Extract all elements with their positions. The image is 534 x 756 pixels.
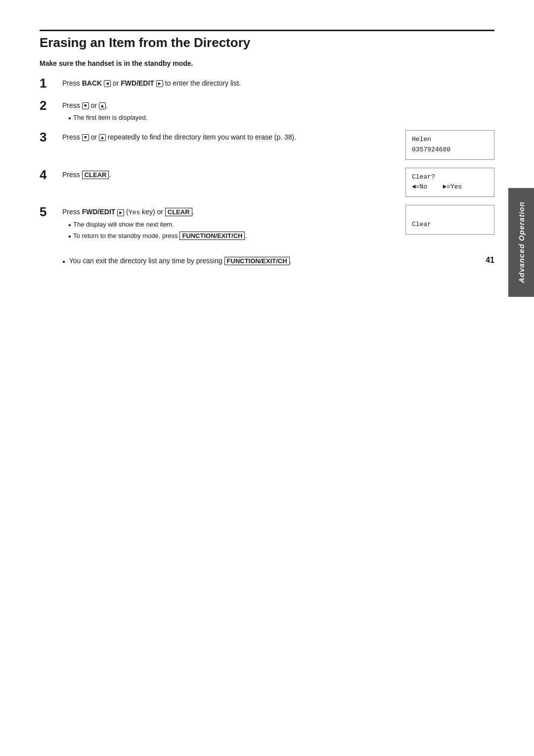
step-5-left: 5 Press FWD/EDIT ► (Yes key) or CLEAR. T…: [40, 205, 396, 249]
step-3-left: 3 Press ▼ or ▲ repeatedly to find the di…: [40, 130, 396, 152]
step5-fwdedit-label: FWD/EDIT: [82, 208, 116, 216]
step-3-screen: Helen 0357924680: [405, 130, 494, 160]
bottom-function-key: FUNCTION/EXIT/CH: [224, 257, 290, 265]
step-3-content: Press ▼ or ▲ repeatedly to find the dire…: [62, 130, 396, 142]
step3-up-icon: ▲: [99, 134, 106, 141]
step-4-row: 4 Press CLEAR. Clear? ◄=No ►=Yes: [40, 168, 494, 197]
yes-code: Yes: [129, 209, 140, 216]
fwd-arrow-icon: ►: [156, 80, 163, 87]
step-5-screen-container: Clear: [405, 205, 494, 235]
screen-3-line2: 0357924680: [412, 145, 488, 155]
step-3-number: 3: [40, 130, 58, 144]
steps-container: 1 Press BACK ◄ or FWD/EDIT ► to enter th…: [40, 76, 494, 249]
step-1-content: Press BACK ◄ or FWD/EDIT ► to enter the …: [62, 76, 494, 89]
step-4-content: Press CLEAR.: [62, 168, 396, 180]
step-5-number: 5: [40, 205, 58, 219]
step3-down-icon: ▼: [82, 134, 89, 141]
step-4-screen: Clear? ◄=No ►=Yes: [405, 168, 494, 197]
step-1: 1 Press BACK ◄ or FWD/EDIT ► to enter th…: [40, 76, 494, 91]
section-title: Erasing an Item from the Directory: [40, 35, 494, 50]
function-exit-ch-key: FUNCTION/EXIT/CH: [179, 232, 245, 240]
back-arrow-icon: ◄: [104, 80, 111, 87]
step-3: 3 Press ▼ or ▲ repeatedly to find the di…: [40, 130, 396, 144]
bottom-note: You can exit the directory list any time…: [40, 257, 494, 265]
step-5-row: 5 Press FWD/EDIT ► (Yes key) or CLEAR. T…: [40, 205, 494, 249]
screen-3-line1: Helen: [412, 135, 488, 145]
step5-clear-key: CLEAR: [165, 208, 192, 216]
step-5: 5 Press FWD/EDIT ► (Yes key) or CLEAR. T…: [40, 205, 396, 241]
step-2-content: Press ▼ or ▲. The first item is displaye…: [62, 98, 494, 123]
clear-key-box: CLEAR: [82, 171, 109, 179]
step-5-content: Press FWD/EDIT ► (Yes key) or CLEAR. The…: [62, 205, 396, 241]
step-4-left: 4 Press CLEAR.: [40, 168, 396, 190]
step-4-screen-container: Clear? ◄=No ►=Yes: [405, 168, 494, 197]
top-rule: [40, 30, 494, 31]
standby-note: Make sure the handset is in the standby …: [40, 59, 494, 67]
step-2: 2 Press ▼ or ▲. The first item is displa…: [40, 98, 494, 123]
screen-4-line1: Clear?: [412, 172, 488, 183]
page-content: Erasing an Item from the Directory Make …: [0, 0, 534, 294]
up-arrow-icon: ▲: [99, 102, 106, 109]
screen-5-line2: Clear: [412, 220, 488, 230]
step-5-screen: Clear: [405, 205, 494, 235]
step-4-number: 4: [40, 168, 58, 182]
step-5-bullet1: The display will show the next item.: [62, 220, 396, 230]
screen-4-line2: ◄=No ►=Yes: [412, 182, 488, 192]
step-2-number: 2: [40, 98, 58, 113]
back-key-label: BACK: [82, 79, 102, 87]
step-3-row: 3 Press ▼ or ▲ repeatedly to find the di…: [40, 130, 494, 160]
fwdedit-key-label: FWD/EDIT: [121, 79, 154, 87]
page-number: 41: [486, 256, 494, 265]
step5-fwd-arrow: ►: [117, 209, 124, 216]
sidebar-tab: Advanced Operation: [508, 188, 534, 297]
down-arrow-icon: ▼: [82, 102, 89, 109]
step-4: 4 Press CLEAR.: [40, 168, 396, 182]
sidebar-label-text: Advanced Operation: [517, 202, 526, 284]
screen-5-line1: [412, 209, 488, 220]
step-2-bullet: The first item is displayed.: [62, 113, 494, 123]
step-5-bullet2: To return to the standby mode, press FUN…: [62, 231, 396, 241]
step-3-screen-container: Helen 0357924680: [405, 130, 494, 160]
step-1-number: 1: [40, 76, 58, 91]
